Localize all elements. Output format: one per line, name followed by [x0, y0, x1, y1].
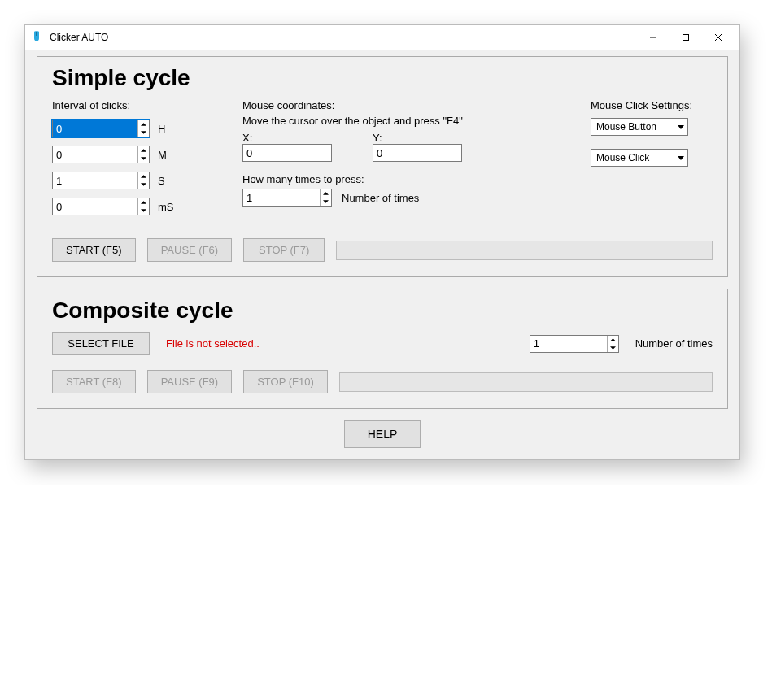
chevron-down-icon [678, 125, 684, 129]
simple-cycle-legend: Simple cycle [52, 65, 713, 91]
client-area: Simple cycle Interval of clicks: [25, 50, 739, 459]
svg-marker-11 [141, 201, 146, 204]
minutes-spinner[interactable] [52, 146, 150, 163]
hours-spinner[interactable] [52, 120, 150, 137]
svg-marker-14 [323, 200, 329, 203]
mouse-click-value: Mouse Click [596, 152, 649, 163]
minutes-input[interactable] [53, 146, 137, 163]
svg-marker-17 [610, 338, 616, 341]
svg-marker-10 [141, 183, 146, 186]
close-button[interactable] [702, 26, 735, 49]
unit-hours: H [158, 123, 181, 135]
simple-start-button[interactable]: START (F5) [52, 238, 136, 262]
settings-label: Mouse Click Settings: [591, 99, 713, 111]
x-input[interactable] [242, 144, 332, 162]
hours-down[interactable] [138, 128, 149, 137]
svg-marker-5 [141, 123, 146, 126]
svg-marker-9 [141, 175, 146, 178]
minutes-up[interactable] [138, 146, 149, 154]
app-window: Clicker AUTO Simple cycle Interval of cl… [24, 24, 740, 460]
composite-start-button[interactable]: START (F8) [52, 370, 136, 393]
svg-marker-18 [610, 346, 616, 350]
seconds-spinner[interactable] [52, 172, 150, 189]
ms-up[interactable] [138, 198, 149, 207]
composite-times-suffix: Number of times [635, 337, 713, 350]
simple-stop-button[interactable]: STOP (F7) [243, 238, 325, 262]
y-label: Y: [373, 132, 462, 144]
composite-progress [339, 372, 713, 392]
simple-progress [336, 241, 713, 260]
select-file-button[interactable]: SELECT FILE [52, 332, 150, 355]
ms-down[interactable] [138, 207, 149, 215]
hours-up[interactable] [138, 120, 149, 128]
svg-marker-12 [141, 209, 146, 212]
title-bar: Clicker AUTO [25, 25, 739, 50]
mouse-button-select[interactable]: Mouse Button [591, 118, 688, 136]
window-title: Clicker AUTO [50, 32, 637, 43]
unit-ms: mS [158, 201, 181, 213]
svg-marker-15 [678, 125, 684, 129]
simple-pause-button[interactable]: PAUSE (F6) [147, 238, 233, 262]
ms-input[interactable] [53, 198, 137, 215]
svg-marker-8 [141, 157, 146, 160]
svg-marker-7 [141, 149, 146, 152]
hours-input[interactable] [53, 120, 137, 137]
y-input[interactable] [373, 144, 462, 162]
presses-input[interactable] [243, 189, 320, 206]
seconds-up[interactable] [138, 172, 149, 180]
help-button[interactable]: HELP [344, 420, 421, 448]
seconds-input[interactable] [53, 172, 137, 189]
presses-up[interactable] [321, 189, 331, 198]
unit-seconds: S [158, 175, 181, 187]
presses-spinner[interactable] [242, 189, 332, 207]
maximize-button[interactable] [670, 26, 702, 49]
composite-pause-button[interactable]: PAUSE (F9) [147, 370, 233, 393]
svg-marker-16 [678, 156, 684, 160]
mouse-button-value: Mouse Button [596, 121, 656, 133]
unit-minutes: M [158, 149, 181, 161]
presses-suffix: Number of times [342, 192, 419, 204]
seconds-down[interactable] [138, 180, 149, 189]
x-label: X: [242, 132, 332, 144]
composite-stop-button[interactable]: STOP (F10) [243, 370, 328, 393]
composite-times-down[interactable] [608, 344, 618, 352]
interval-label: Interval of clicks: [52, 99, 223, 111]
app-icon [30, 31, 43, 44]
mouse-click-select[interactable]: Mouse Click [591, 149, 688, 167]
minutes-down[interactable] [138, 154, 149, 163]
ms-spinner[interactable] [52, 198, 150, 215]
svg-marker-13 [323, 192, 329, 195]
chevron-down-icon [678, 156, 684, 160]
svg-marker-6 [141, 131, 146, 134]
composite-times-spinner[interactable] [530, 335, 619, 353]
file-status: File is not selected.. [166, 337, 260, 350]
simple-cycle-group: Simple cycle Interval of clicks: [37, 56, 728, 277]
composite-cycle-legend: Composite cycle [52, 298, 713, 324]
coords-hint: Move the cursor over the object and pres… [242, 115, 571, 127]
coords-label: Mouse coordinates: [242, 99, 571, 111]
svg-rect-2 [683, 35, 689, 41]
composite-cycle-group: Composite cycle SELECT FILE File is not … [37, 289, 728, 409]
minimize-button[interactable] [637, 26, 670, 49]
composite-times-input[interactable] [530, 336, 607, 352]
presses-label: How many times to press: [242, 173, 571, 185]
composite-times-up[interactable] [608, 336, 618, 344]
presses-down[interactable] [321, 198, 331, 206]
